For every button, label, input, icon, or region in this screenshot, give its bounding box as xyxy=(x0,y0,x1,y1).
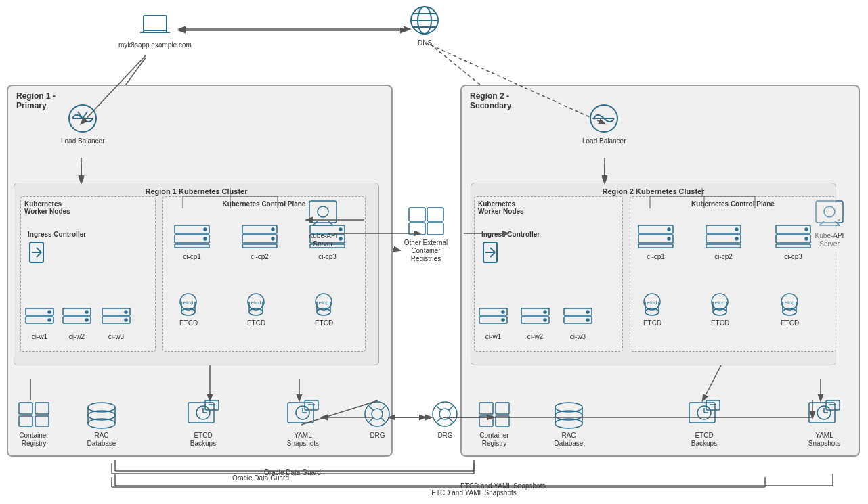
yaml-snapshots-r1: YAML Snapshots xyxy=(281,399,325,448)
svg-point-54 xyxy=(125,319,127,321)
etcd-backups-r2: ETCD Backups xyxy=(684,399,724,448)
svg-line-174 xyxy=(437,406,441,410)
svg-rect-191 xyxy=(706,400,720,410)
worker-nodes-1-label: KubernetesWorker Nodes xyxy=(24,200,70,215)
laptop-label: myk8sapp.example.com xyxy=(118,41,192,49)
etcd3-label-r2: ETCD xyxy=(781,319,799,327)
cicp3-r2-item: ci-cp3 xyxy=(775,224,812,261)
ciw1-label: ci-w1 xyxy=(32,333,47,341)
svg-rect-127 xyxy=(776,244,810,248)
svg-rect-197 xyxy=(826,400,840,410)
etcd-yaml-label: ETCD and YAML Snapshots xyxy=(460,482,545,490)
cp2-label: Kubernetes Control Plane xyxy=(691,200,775,208)
cicp1-label: ci-cp1 xyxy=(183,253,201,261)
svg-rect-95 xyxy=(409,208,425,221)
drg2-label: DRG xyxy=(437,432,452,440)
svg-line-40 xyxy=(37,248,41,252)
svg-rect-158 xyxy=(205,400,219,410)
dns-item: DNS xyxy=(406,3,443,47)
svg-line-177 xyxy=(449,418,453,422)
svg-line-36 xyxy=(83,112,87,118)
etcd-backups-r1: ETCD Backups xyxy=(183,399,223,448)
svg-rect-145 xyxy=(19,403,32,414)
yaml-snapshots-r2: YAML Snapshots xyxy=(802,399,846,448)
svg-point-46 xyxy=(48,319,51,321)
svg-point-114 xyxy=(586,319,589,321)
ciw1-r2-label: ci-w1 xyxy=(485,333,501,341)
svg-text:etcd: etcd xyxy=(183,300,193,306)
svg-point-109 xyxy=(544,311,546,313)
svg-point-49 xyxy=(85,311,88,313)
container-registry-r1-label: Container Registry xyxy=(14,432,54,448)
region1-label: Region 1 -Primary xyxy=(16,91,56,110)
svg-point-113 xyxy=(586,311,589,313)
svg-rect-62 xyxy=(242,244,277,248)
svg-rect-85 xyxy=(309,201,337,223)
worker-arrow-1 xyxy=(26,241,47,266)
svg-line-101 xyxy=(490,252,495,257)
ciw2-r2-label: ci-w2 xyxy=(527,333,543,341)
etcd1-item-r2: etcd ETCD xyxy=(637,292,668,327)
svg-point-124 xyxy=(735,237,738,240)
oracle-data-guard-label: Oracle Data Guard xyxy=(264,469,321,476)
rac-database-r1-label: RAC Database xyxy=(81,432,122,448)
etcd2-item-r2: etcd ETCD xyxy=(705,292,735,327)
cicp1-item: ci-cp1 xyxy=(173,224,211,261)
svg-rect-179 xyxy=(496,403,509,414)
worker-nodes-2-label: KubernetesWorker Nodes xyxy=(478,200,524,215)
svg-rect-178 xyxy=(479,403,493,414)
svg-point-59 xyxy=(204,237,207,240)
cicp2-r2-label: ci-cp2 xyxy=(714,253,733,261)
cp2-box: Kubernetes Control Plane ci-cp1 ci-cp2 xyxy=(630,196,836,352)
laptop-item: myk8sapp.example.com xyxy=(118,12,192,49)
region2-label: Region 2 -Secondary xyxy=(470,91,511,110)
ciw3-r2-label: ci-w3 xyxy=(570,333,586,341)
cluster2-label: Region 2 Kubernetes Cluster xyxy=(603,187,705,196)
etcd1-item-r1: etcd ETCD xyxy=(173,292,204,327)
etcd2-item-r1: etcd ETCD xyxy=(241,292,272,327)
other-registries-label: Other External Container Registries xyxy=(399,239,453,263)
ciw2-item: ci-w2 xyxy=(62,307,92,341)
kubeapi1-label: Kube-API Server xyxy=(309,232,338,248)
svg-line-171 xyxy=(381,418,385,422)
worker-nodes-1-box: KubernetesWorker Nodes Ingress Controlle… xyxy=(20,196,156,352)
svg-rect-57 xyxy=(175,244,209,248)
lb2-label: Load Balancer xyxy=(582,137,626,145)
etcd3-item-r1: etcd ETCD xyxy=(309,292,339,327)
svg-text:etcd: etcd xyxy=(784,300,794,306)
etcd-backups-r1-label: ETCD Backups xyxy=(183,432,223,448)
svg-point-167 xyxy=(372,409,383,419)
svg-point-166 xyxy=(365,402,389,426)
yaml-snapshots-r2-label: YAML Snapshots xyxy=(802,432,846,448)
yaml-snapshots-r1-label: YAML Snapshots xyxy=(281,432,325,448)
cicp2-r2-item: ci-cp2 xyxy=(705,224,742,261)
svg-text:etcd: etcd xyxy=(647,300,657,306)
svg-point-172 xyxy=(433,402,457,426)
other-registries-item: Other External Container Registries xyxy=(399,206,453,263)
lb2-item: Load Balancer xyxy=(582,101,626,145)
svg-line-168 xyxy=(369,406,373,410)
svg-text:etcd: etcd xyxy=(714,300,724,306)
ingress-label-2: Ingress Controller xyxy=(481,231,540,238)
cicp2-item: ci-cp2 xyxy=(241,224,278,261)
container-registry-r2: Container Registry xyxy=(474,399,515,448)
ciw2-r2-item: ci-w2 xyxy=(520,307,550,341)
svg-rect-146 xyxy=(35,403,49,414)
svg-rect-98 xyxy=(427,223,443,235)
cicp3-label: ci-cp3 xyxy=(318,253,337,261)
svg-line-100 xyxy=(490,248,495,252)
cicp1-r2-label: ci-cp1 xyxy=(647,253,665,261)
etcd1-label-r1: ETCD xyxy=(179,319,198,327)
svg-point-110 xyxy=(544,319,546,321)
ciw3-r2-item: ci-w3 xyxy=(563,307,593,341)
svg-text:etcd: etcd xyxy=(251,300,261,306)
svg-line-87 xyxy=(313,221,318,225)
etcd-backups-r2-label: ETCD Backups xyxy=(684,432,724,448)
svg-rect-148 xyxy=(35,416,49,426)
container-registry-r2-label: Container Registry xyxy=(474,432,515,448)
rac-database-r2-label: RAC Database xyxy=(548,432,589,448)
svg-point-53 xyxy=(125,311,127,313)
drg2-item: DRG xyxy=(430,399,460,440)
svg-point-105 xyxy=(502,311,504,313)
svg-point-64 xyxy=(272,237,274,240)
